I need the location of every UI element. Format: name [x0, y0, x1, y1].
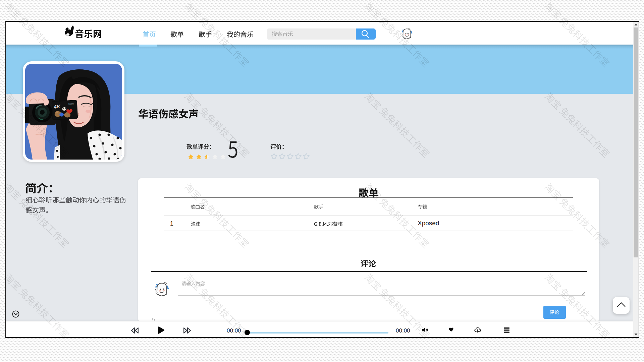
svg-text:4K: 4K: [53, 104, 61, 110]
